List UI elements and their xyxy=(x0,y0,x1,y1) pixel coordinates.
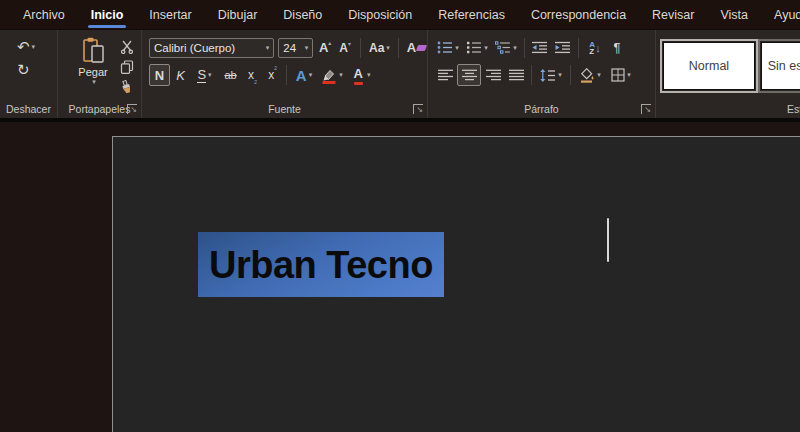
undo-button[interactable]: ↶ ▾ xyxy=(16,37,57,57)
down-arrow-icon: ↓ xyxy=(595,42,601,54)
subscript-button[interactable]: x₂ xyxy=(243,64,262,86)
paint-bucket-icon xyxy=(579,68,595,83)
grow-font-button[interactable]: A ▴ xyxy=(317,39,333,56)
menu-bar: Archivo Inicio Insertar Dibujar Diseño D… xyxy=(0,0,800,30)
font-size-value: 24 xyxy=(283,42,302,54)
cut-button[interactable] xyxy=(118,39,135,55)
chevron-down-icon: ▾ xyxy=(339,71,343,79)
chevron-down-icon: ▾ xyxy=(627,71,631,79)
borders-button[interactable]: ▾ xyxy=(606,64,636,86)
chevron-down-icon: ▾ xyxy=(208,71,212,79)
tab-referencias[interactable]: Referencias xyxy=(425,0,518,30)
format-painter-icon xyxy=(119,80,134,95)
text-highlight-button[interactable]: ▾ xyxy=(318,64,346,86)
justify-button[interactable] xyxy=(505,64,527,86)
down-triangle-icon: ▾ xyxy=(348,40,351,47)
document-text: Urban Tecno xyxy=(198,235,433,295)
tab-insertar[interactable]: Insertar xyxy=(136,0,204,30)
divider xyxy=(360,38,361,58)
font-size-select[interactable]: 24 ▾ xyxy=(278,38,313,58)
divider xyxy=(286,65,287,85)
clipboard-dialog-launcher-icon[interactable]: ↘ xyxy=(127,104,137,114)
selected-text-block[interactable]: Urban Tecno xyxy=(198,232,444,297)
up-triangle-icon: ▴ xyxy=(328,39,331,46)
tab-revisar[interactable]: Revisar xyxy=(639,0,707,30)
show-marks-button[interactable]: ¶ xyxy=(608,39,626,56)
scissors-icon xyxy=(120,40,134,54)
align-left-button[interactable] xyxy=(434,64,456,86)
word-window: Archivo Inicio Insertar Dibujar Diseño D… xyxy=(0,0,800,432)
copy-icon xyxy=(120,60,134,74)
change-case-button[interactable]: Aa ▾ xyxy=(368,40,391,56)
document-canvas: Urban Tecno xyxy=(0,122,800,432)
style-normal[interactable]: Normal xyxy=(663,42,755,90)
font-dialog-launcher-icon[interactable]: ↘ xyxy=(413,104,423,114)
multilevel-list-button[interactable]: ▾ xyxy=(492,40,520,55)
numbering-button[interactable]: ▾ xyxy=(463,40,491,55)
group-label-fuente: Fuente xyxy=(142,103,427,115)
tab-diseno[interactable]: Diseño xyxy=(270,0,335,30)
format-painter-button[interactable] xyxy=(118,79,135,96)
chevron-down-icon: ▾ xyxy=(266,44,270,52)
chevron-down-icon: ▾ xyxy=(558,71,562,79)
group-label-estilos: Estilos xyxy=(656,103,800,115)
bullet-list-icon xyxy=(437,41,453,54)
tab-disposicion[interactable]: Disposición xyxy=(335,0,425,30)
ribbon: ↶ ▾ ↻ Deshacer Pegar ▾ xyxy=(0,30,800,122)
chevron-down-icon: ▾ xyxy=(386,44,390,52)
increase-indent-button[interactable] xyxy=(552,40,574,55)
chevron-down-icon: ▾ xyxy=(32,43,36,51)
copy-button[interactable] xyxy=(118,59,135,75)
tab-vista[interactable]: Vista xyxy=(707,0,761,30)
group-fuente: Calibri (Cuerpo) ▾ 24 ▾ A ▴ A ▾ Aa xyxy=(142,30,428,118)
superscript-button[interactable]: x² xyxy=(263,64,282,86)
tab-correspondencia[interactable]: Correspondencia xyxy=(518,0,639,30)
text-effects-button[interactable]: A ▾ xyxy=(291,64,317,86)
group-label-parrafo: Párrafo xyxy=(428,103,655,115)
document-page[interactable]: Urban Tecno xyxy=(112,136,800,432)
strikethrough-button[interactable]: ab xyxy=(219,64,242,86)
redo-icon: ↻ xyxy=(17,61,30,79)
indent-icon xyxy=(555,41,571,54)
bold-button[interactable]: N xyxy=(149,64,170,86)
paste-label: Pegar xyxy=(78,66,107,78)
chevron-down-icon: ▾ xyxy=(597,71,601,79)
underline-button[interactable]: S ▾ xyxy=(191,64,218,86)
group-parrafo: ▾ ▾ xyxy=(428,30,656,118)
shrink-font-button[interactable]: A ▾ xyxy=(337,40,353,56)
group-deshacer: ↶ ▾ ↻ Deshacer xyxy=(0,30,58,118)
clear-formatting-button[interactable]: A xyxy=(406,39,427,56)
tab-dibujar[interactable]: Dibujar xyxy=(205,0,271,30)
decrease-indent-button[interactable] xyxy=(529,40,551,55)
group-portapapeles: Pegar ▾ xyxy=(58,30,142,118)
highlighter-icon xyxy=(321,67,337,84)
align-left-icon xyxy=(438,69,453,81)
shading-button[interactable]: ▾ xyxy=(575,64,605,86)
eraser-icon xyxy=(416,45,427,51)
justify-icon xyxy=(509,69,524,81)
multilevel-list-icon xyxy=(495,41,511,54)
sort-button[interactable]: A Z ↓ xyxy=(583,40,607,56)
bullets-button[interactable]: ▾ xyxy=(434,40,462,55)
style-sin-espaciado[interactable]: Sin espaciado xyxy=(761,42,800,90)
italic-button[interactable]: K xyxy=(171,64,190,86)
chevron-down-icon: ▾ xyxy=(455,44,459,52)
line-spacing-button[interactable]: ▾ xyxy=(536,64,566,86)
align-center-button[interactable] xyxy=(457,64,481,86)
align-right-button[interactable] xyxy=(482,64,504,86)
line-spacing-icon xyxy=(540,69,556,82)
divider xyxy=(398,38,399,58)
font-color-swatch xyxy=(354,82,363,85)
align-right-icon xyxy=(486,69,501,81)
redo-button[interactable]: ↻ xyxy=(16,60,57,80)
group-label-deshacer: Deshacer xyxy=(0,103,57,115)
numbered-list-icon xyxy=(466,41,482,54)
paragraph-dialog-launcher-icon[interactable]: ↘ xyxy=(641,104,651,114)
tab-archivo[interactable]: Archivo xyxy=(10,0,78,30)
font-name-select[interactable]: Calibri (Cuerpo) ▾ xyxy=(149,38,274,58)
font-color-button[interactable]: A ▾ xyxy=(347,64,375,86)
chevron-down-icon: ▾ xyxy=(309,71,313,79)
tab-ayuda[interactable]: Ayuda xyxy=(761,0,800,30)
divider xyxy=(531,65,532,85)
tab-inicio[interactable]: Inicio xyxy=(78,0,137,30)
